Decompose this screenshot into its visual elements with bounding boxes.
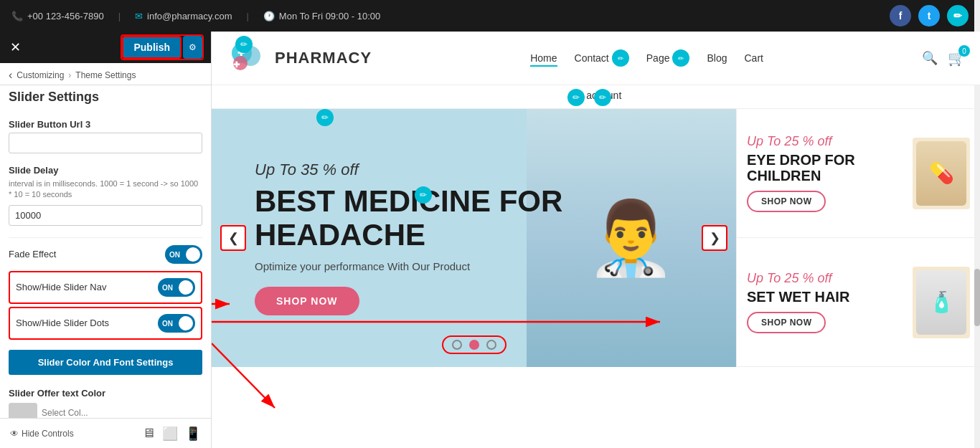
side-panel-1-offer: Up To 25 % off <box>747 134 904 149</box>
close-button[interactable]: ✕ <box>7 37 24 58</box>
show-hide-dots-toggle[interactable]: ON <box>158 314 195 333</box>
side-panel-2-offer: Up To 25 % off <box>747 271 904 286</box>
cart-badge[interactable]: 🛒 0 <box>948 49 966 67</box>
breadcrumb-parent: Customizing <box>17 70 64 80</box>
main-area: ✕ Publish ⚙ ‹ Customizing › Theme Settin… <box>0 32 980 448</box>
view-buttons: 🖥 ⬜ 📱 <box>142 426 201 442</box>
pen-icon[interactable]: ✏ <box>947 5 969 27</box>
search-button[interactable]: 🔍 <box>922 50 938 66</box>
color-settings-button[interactable]: Slider Color And Font Settings <box>9 350 202 375</box>
sidebar: ✕ Publish ⚙ ‹ Customizing › Theme Settin… <box>0 32 212 448</box>
topbar-social: f t ✏ <box>890 5 969 27</box>
sidebar-title: Slider Settings <box>0 85 211 112</box>
offer-color-label: Slider Offer text Color <box>9 388 202 399</box>
twitter-icon[interactable]: t <box>918 5 940 27</box>
hero-offer-text: Up To 35 % off <box>255 161 562 179</box>
clock-icon: 🕐 <box>263 11 275 22</box>
edit-dot-contact[interactable]: ✏ <box>567 89 585 106</box>
slider-dot-2[interactable] <box>469 340 479 350</box>
side-panel-2-btn[interactable]: SHOP NOW <box>747 312 826 333</box>
logo-text: PHARMACY <box>275 49 372 67</box>
slide-delay-hint: interval is in milliseconds. 1000 = 1 se… <box>9 178 202 201</box>
site-wrapper: ✏ ✏ ✏ ✏ ✏ ✚ ✚ PHARMACY <box>212 32 980 367</box>
topbar-divider-2: | <box>246 11 248 22</box>
facebook-icon[interactable]: f <box>890 5 911 27</box>
gear-button[interactable]: ⚙ <box>183 36 202 59</box>
side-panel-2-title: SET WET HAIR <box>747 289 904 305</box>
topbar-email: ✉ info@pharmacy.com <box>135 11 232 22</box>
nav-cart[interactable]: Cart <box>745 52 763 64</box>
slider-button-url-field: Slider Button Url 3 <box>9 119 202 153</box>
nav-links: Home Contact ✏ Page ✏ Blog Cart <box>530 49 763 67</box>
hero-shop-btn[interactable]: SHOP NOW <box>255 287 359 315</box>
sidebar-content: Slider Button Url 3 Slide Delay interval… <box>0 112 211 418</box>
side-panel-2-text: Up To 25 % off SET WET HAIR SHOP NOW <box>747 271 904 333</box>
slider-dots <box>442 335 507 354</box>
side-panel-1-title: EYE DROP FOR CHILDREN <box>747 152 904 184</box>
hero-side-panel-2: Up To 25 % off SET WET HAIR SHOP NOW 🧴 <box>737 238 980 367</box>
preview-area: ✏ ✏ ✏ ✏ ✏ ✚ ✚ PHARMACY <box>212 32 980 448</box>
edit-dot-logo[interactable]: ✏ <box>316 109 334 126</box>
show-hide-dots-label: Show/Hide Slider Dots <box>16 318 109 328</box>
edit-dot-slider[interactable]: ✏ <box>415 186 432 204</box>
desktop-view-btn[interactable]: 🖥 <box>142 426 155 442</box>
nav-icons: 🔍 🛒 0 <box>922 49 966 67</box>
mobile-view-btn[interactable]: 📱 <box>185 426 201 442</box>
publish-button[interactable]: Publish <box>122 36 182 59</box>
hero-subtitle: Optimize your performance With Our Produ… <box>255 260 562 272</box>
sidebar-bottom: 👁 Hide Controls 🖥 ⬜ 📱 <box>0 418 211 448</box>
fade-effect-toggle[interactable]: ON <box>165 245 202 264</box>
breadcrumb-back[interactable]: ‹ <box>9 69 12 82</box>
breadcrumb: ‹ Customizing › Theme Settings <box>0 63 211 85</box>
topbar: 📞 +00 123-456-7890 | ✉ info@pharmacy.com… <box>0 0 980 32</box>
show-hide-nav-toggle[interactable]: ON <box>158 278 195 297</box>
edit-dot-page[interactable]: ✏ <box>594 89 611 106</box>
slider-button-url-input[interactable] <box>9 133 202 153</box>
nav-blog[interactable]: Blog <box>707 52 727 64</box>
breadcrumb-current: Theme Settings <box>75 70 136 80</box>
fade-effect-label: Fade Effect <box>9 249 56 259</box>
side-panel-1-btn[interactable]: SHOP NOW <box>747 191 826 212</box>
show-hide-nav-row: Show/Hide Slider Nav ON <box>9 271 202 304</box>
hide-controls-btn[interactable]: 👁 Hide Controls <box>10 429 74 439</box>
nav-home[interactable]: Home <box>530 52 557 64</box>
hero-section: Up To 35 % off BEST MEDICINE FOR HEADACH… <box>212 109 980 367</box>
topbar-divider-1: | <box>118 11 121 22</box>
breadcrumb-sep: › <box>68 70 71 80</box>
hero-slider: Up To 35 % off BEST MEDICINE FOR HEADACH… <box>212 109 736 367</box>
slider-dot-1[interactable] <box>452 340 462 350</box>
svg-text:✚: ✚ <box>233 60 240 69</box>
slide-delay-label: Slide Delay <box>9 165 202 176</box>
side-panel-2-img: 🧴 <box>913 267 970 338</box>
topbar-phone: 📞 +00 123-456-7890 <box>11 11 104 22</box>
topbar-left: 📞 +00 123-456-7890 | ✉ info@pharmacy.com… <box>11 11 875 22</box>
hero-title: BEST MEDICINE FOR HEADACHE <box>255 185 562 251</box>
slider-nav-left-btn[interactable]: ❮ <box>220 225 246 251</box>
site-nav: ✚ ✚ PHARMACY Home Contact ✏ Page ✏ Blog … <box>212 32 980 85</box>
sidebar-topbar: ✕ Publish ⚙ <box>0 32 211 63</box>
slider-nav-right-btn[interactable]: ❯ <box>702 225 727 251</box>
phone-icon: 📞 <box>11 11 23 22</box>
side-panel-1-img: 💊 <box>913 138 970 209</box>
show-hide-dots-row: Show/Hide Slider Dots ON <box>9 307 202 340</box>
slide-delay-field: Slide Delay interval is in milliseconds.… <box>9 165 202 226</box>
color-preview-box[interactable] <box>9 403 37 418</box>
color-value-text: Select Col... <box>42 408 88 418</box>
nav-page[interactable]: Page ✏ <box>646 49 690 67</box>
offer-color-section: Slider Offer text Color Select Col... <box>9 388 202 418</box>
tablet-view-btn[interactable]: ⬜ <box>162 426 178 442</box>
cart-count: 0 <box>958 45 970 57</box>
topbar-hours: 🕐 Mon To Fri 09:00 - 10:00 <box>263 11 380 22</box>
fade-effect-row: Fade Effect ON <box>9 237 202 271</box>
slider-dot-3[interactable] <box>486 340 496 350</box>
hero-side-panel-1: Up To 25 % off EYE DROP FOR CHILDREN SHO… <box>737 109 980 238</box>
edit-dot-topbar[interactable]: ✏ <box>235 36 253 53</box>
hide-controls-label: Hide Controls <box>22 429 74 439</box>
side-panel-1-text: Up To 25 % off EYE DROP FOR CHILDREN SHO… <box>747 134 904 212</box>
sidebar-header: ✕ Publish ⚙ ‹ Customizing › Theme Settin… <box>0 32 211 112</box>
show-hide-nav-label: Show/Hide Slider Nav <box>16 282 106 292</box>
slider-button-url-label: Slider Button Url 3 <box>9 119 202 130</box>
color-preview-row: Select Col... <box>9 403 202 418</box>
slide-delay-input[interactable] <box>9 205 202 226</box>
nav-contact[interactable]: Contact ✏ <box>575 49 629 67</box>
